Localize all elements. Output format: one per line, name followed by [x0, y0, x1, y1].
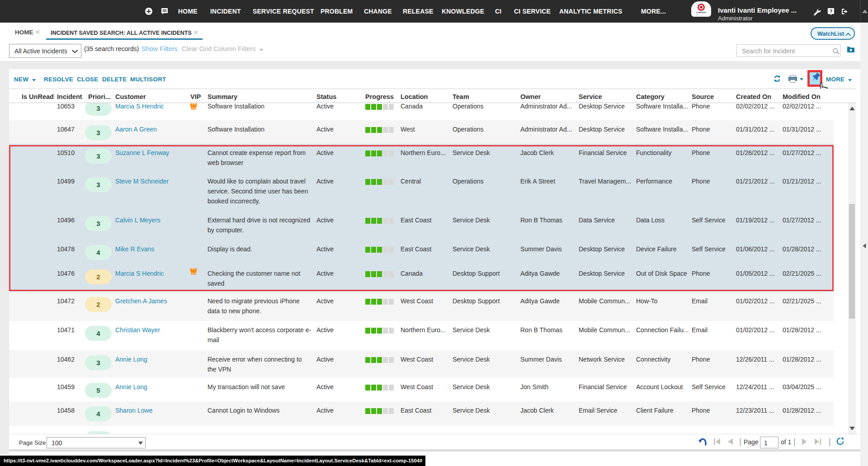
svg-text:?: ? — [830, 9, 833, 14]
